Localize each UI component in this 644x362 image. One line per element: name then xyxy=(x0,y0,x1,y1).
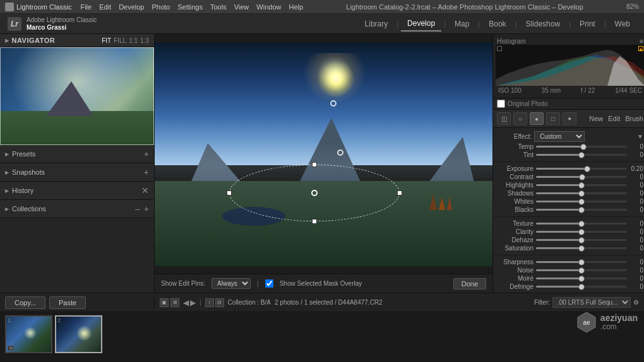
whites-slider[interactable] xyxy=(536,201,627,202)
radial-filter-overlay[interactable] xyxy=(229,165,400,221)
menu-view[interactable]: View xyxy=(234,3,249,11)
saturation-slider[interactable] xyxy=(536,247,627,249)
texture-slider[interactable] xyxy=(536,223,627,225)
mask-tool-dot[interactable]: ● xyxy=(530,112,544,125)
noise-slider[interactable] xyxy=(536,269,627,271)
user-name: Marco Grassi xyxy=(27,24,97,32)
tab-print[interactable]: Print xyxy=(573,17,602,31)
contrast-slider[interactable] xyxy=(536,176,627,178)
highlights-slider[interactable] xyxy=(536,184,627,186)
edit-pin-middle[interactable] xyxy=(337,149,343,156)
blacks-slider[interactable] xyxy=(536,209,627,211)
show-mask-label: Show Selected Mask Overlay xyxy=(280,280,362,287)
effect-menu-icon[interactable]: ▼ xyxy=(637,133,643,140)
history-triangle: ▶ xyxy=(5,188,9,194)
snapshots-header[interactable]: ▶ Snapshots + xyxy=(0,163,154,181)
history-header[interactable]: ▶ History ✕ xyxy=(0,182,154,199)
history-collapse-button[interactable]: ✕ xyxy=(141,185,149,196)
hist-warning-right[interactable]: ▲ xyxy=(638,46,643,51)
defringe-slider[interactable] xyxy=(536,286,627,288)
radial-handle-left[interactable] xyxy=(227,190,232,196)
filter-dropdown[interactable]: .00 LRTS Full Sequ... xyxy=(552,297,631,308)
tab-web[interactable]: Web xyxy=(609,17,636,31)
nav-fill[interactable]: FILL xyxy=(114,37,126,44)
temp-slider[interactable] xyxy=(536,146,627,148)
nav-fit[interactable]: FIT xyxy=(102,37,111,44)
mask-edit-button[interactable]: Edit xyxy=(608,115,620,122)
filter-label: Filter: xyxy=(534,299,550,306)
divider-3 xyxy=(493,255,644,255)
menu-photo[interactable]: Photo xyxy=(152,3,170,11)
edit-pin-upper[interactable] xyxy=(330,100,337,107)
edit-pins-dropdown[interactable]: Always xyxy=(212,278,251,289)
filmstrip-sort-btn-2[interactable]: ⊟ xyxy=(215,298,224,307)
whites-value: 0 xyxy=(629,198,643,205)
filmstrip-arrows: ◀ ▶ xyxy=(183,298,196,307)
nav-1-3[interactable]: 1:3 xyxy=(140,37,149,44)
sharpness-label: Sharpness xyxy=(497,259,534,266)
filmstrip-thumb-1[interactable]: 1 ⊞ xyxy=(5,315,52,353)
original-photo-checkbox[interactable] xyxy=(497,100,505,108)
menu-file[interactable]: File xyxy=(80,3,92,11)
tab-develop[interactable]: Develop xyxy=(401,16,441,32)
filmstrip-prev-arrow[interactable]: ◀ xyxy=(183,298,189,307)
tab-map[interactable]: Map xyxy=(448,17,475,31)
mask-tool-star[interactable]: ✦ xyxy=(563,112,576,125)
tint-slider[interactable] xyxy=(536,154,627,156)
main-image-container[interactable] xyxy=(155,42,492,266)
collections-remove-button[interactable]: – xyxy=(135,204,140,214)
radial-handle-top[interactable] xyxy=(312,162,317,167)
filmstrip-thumb-2[interactable]: 2 xyxy=(55,315,102,353)
filmstrip-sort-btn-1[interactable]: ↕ xyxy=(205,298,214,307)
mask-new-button[interactable]: New xyxy=(589,115,603,122)
shadows-slider[interactable] xyxy=(536,192,627,194)
tab-slideshow[interactable]: Slideshow xyxy=(519,17,566,31)
collections-header[interactable]: ▶ Collections – + xyxy=(0,200,154,218)
watermark-tld: .com xyxy=(600,323,638,331)
menu-edit[interactable]: Edit xyxy=(99,3,111,11)
filmstrip-view-btn-2[interactable]: ⊞ xyxy=(170,298,179,307)
exposure-slider[interactable] xyxy=(536,168,627,170)
filter-options-icon[interactable]: ⚙ xyxy=(633,299,639,306)
radial-handle-right[interactable] xyxy=(397,190,402,196)
presets-add-button[interactable]: + xyxy=(144,149,149,159)
hist-warning-left[interactable] xyxy=(497,46,502,51)
show-mask-checkbox[interactable] xyxy=(265,279,273,288)
mask-brush-button[interactable]: Brush xyxy=(625,115,643,122)
navigator-panel-header[interactable]: ▶ Navigator FIT FILL 1:1 1:3 xyxy=(0,34,154,47)
radial-handle-bottom[interactable] xyxy=(312,219,317,224)
moire-slider[interactable] xyxy=(536,277,627,279)
effect-dropdown[interactable]: Custom xyxy=(534,131,585,142)
sharpness-row: Sharpness 0 xyxy=(493,258,644,266)
defringe-row: Defringe 0 xyxy=(493,283,644,291)
presets-header[interactable]: ▶ Presets + xyxy=(0,145,154,163)
histogram-menu-icon[interactable]: ≡ xyxy=(640,38,643,45)
filmstrip-view-btn-1[interactable]: ▣ xyxy=(160,298,169,307)
filmstrip-next-arrow[interactable]: ▶ xyxy=(190,298,196,307)
menu-help[interactable]: Help xyxy=(289,3,303,11)
collections-add-button[interactable]: + xyxy=(144,204,149,214)
copy-button[interactable]: Copy... xyxy=(5,296,45,309)
tab-library[interactable]: Library xyxy=(359,17,395,31)
presets-section: ▶ Presets + xyxy=(0,145,154,163)
nav-1-1[interactable]: 1:1 xyxy=(129,37,138,44)
sharpness-slider[interactable] xyxy=(536,261,627,263)
mask-tool-rect[interactable]: □ xyxy=(546,112,560,125)
mask-tool-gradient[interactable]: ◫ xyxy=(497,112,511,125)
dehaze-slider[interactable] xyxy=(536,239,627,241)
snapshots-add-button[interactable]: + xyxy=(144,167,149,177)
radial-center-pin[interactable] xyxy=(311,190,318,196)
temp-value: 0 xyxy=(629,143,643,150)
menu-tools[interactable]: Tools xyxy=(210,3,227,11)
menu-settings[interactable]: Settings xyxy=(177,3,203,11)
menu-develop[interactable]: Develop xyxy=(119,3,144,11)
paste-button[interactable]: Paste xyxy=(49,296,86,309)
mask-tool-circle[interactable]: ○ xyxy=(513,112,527,125)
temp-row: Temp 0 xyxy=(493,143,644,151)
clarity-slider[interactable] xyxy=(536,231,627,233)
shadows-row: Shadows 0 xyxy=(493,189,644,197)
done-button[interactable]: Done xyxy=(453,278,486,289)
tab-book[interactable]: Book xyxy=(482,17,512,31)
menu-window[interactable]: Window xyxy=(256,3,281,11)
identity-bar: Lr Adobe Lightroom Classic Marco Grassi … xyxy=(0,14,644,34)
